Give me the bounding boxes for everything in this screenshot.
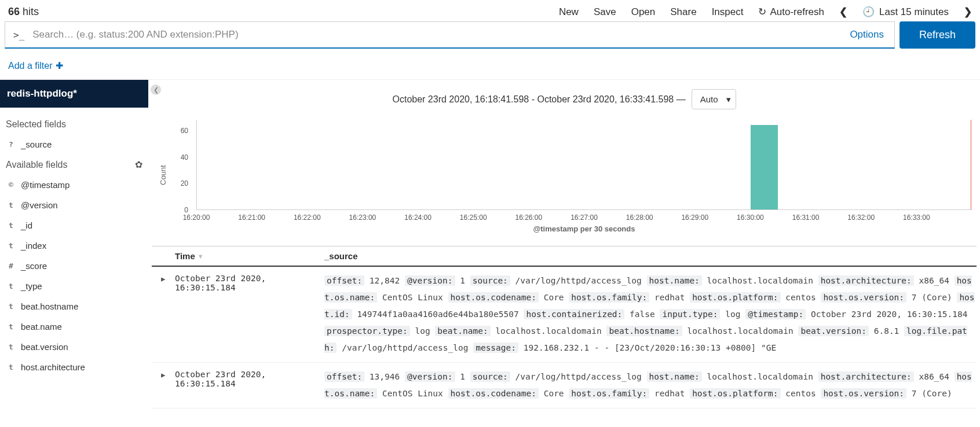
available-fields-list: ©@timestampt@versiont_idt_index#_scoret_… [6, 175, 142, 377]
interval-select[interactable]: Auto ▾ [692, 89, 736, 109]
y-axis: 0204060 [169, 117, 192, 210]
field-type-icon: t [7, 201, 15, 209]
available-fields-label: Available fields ✿ [6, 159, 142, 170]
table-row: ▸October 23rd 2020, 16:30:15.184offset: … [152, 267, 977, 363]
field-name: beat.name [21, 322, 62, 332]
hits-count: 66 hits [8, 6, 39, 18]
sort-icon: ▼ [198, 253, 204, 260]
inspect-button[interactable]: Inspect [712, 6, 744, 18]
x-axis-label: @timestamp per 30 seconds [533, 224, 635, 233]
index-pattern-selector[interactable]: redis-httpdlog* [0, 80, 148, 108]
field-item[interactable]: ©@timestamp [6, 175, 142, 195]
field-item[interactable]: ?_source [6, 134, 142, 154]
field-item[interactable]: #_score [6, 256, 142, 276]
chevron-down-icon: ▾ [726, 94, 731, 105]
field-item[interactable]: t@version [6, 195, 142, 215]
field-type-icon: t [7, 322, 15, 331]
query-box: >_ Options [5, 21, 895, 49]
current-time-band [970, 120, 972, 209]
field-type-icon: © [7, 181, 15, 189]
field-item[interactable]: tbeat.version [6, 337, 142, 357]
field-item[interactable]: tbeat.name [6, 316, 142, 337]
field-name: _index [21, 241, 46, 251]
selected-fields-list: ?_source [6, 134, 142, 154]
row-source: offset: 13,946 @version: 1 source: /var/… [324, 369, 977, 402]
row-time: October 23rd 2020, 16:30:15.184 [175, 273, 324, 356]
field-type-icon: t [7, 302, 15, 311]
field-type-icon: ? [7, 140, 15, 149]
top-bar: 66 hits New Save Open Share Inspect ↻ Au… [0, 0, 980, 21]
save-button[interactable]: Save [594, 6, 616, 18]
field-item[interactable]: t_type [6, 276, 142, 296]
field-name: beat.version [21, 342, 68, 352]
collapse-sidebar-button[interactable]: ❮ [151, 84, 161, 95]
search-input[interactable] [32, 22, 839, 47]
refresh-icon: ↻ [758, 6, 766, 18]
row-source: offset: 12,842 @version: 1 source: /var/… [324, 273, 977, 356]
sidebar: redis-httpdlog* Selected fields ?_source… [0, 80, 148, 408]
field-name: host.architecture [21, 362, 85, 372]
field-name: _id [21, 220, 32, 230]
field-type-icon: t [7, 363, 15, 371]
histogram-bar[interactable] [751, 125, 778, 209]
content-area: ❮ October 23rd 2020, 16:18:41.598 - Octo… [148, 80, 980, 408]
field-type-icon: t [7, 221, 15, 230]
new-button[interactable]: New [559, 6, 579, 18]
selected-fields-label: Selected fields [6, 119, 142, 130]
query-row: >_ Options Refresh [0, 21, 980, 54]
timerange-button[interactable]: 🕘 Last 15 minutes [862, 6, 949, 18]
field-name: _type [21, 281, 42, 291]
plot-area[interactable] [196, 120, 972, 210]
field-name: @version [21, 200, 58, 210]
gear-icon[interactable]: ✿ [135, 159, 142, 170]
top-nav: New Save Open Share Inspect ↻ Auto-refre… [559, 6, 972, 18]
field-name: @timestamp [21, 180, 70, 190]
field-type-icon: t [7, 343, 15, 351]
table-header: Time▼ _source [152, 246, 977, 267]
field-item[interactable]: t_index [6, 235, 142, 256]
main-split: redis-httpdlog* Selected fields ?_source… [0, 80, 980, 408]
table-row: ▸October 23rd 2020, 16:30:15.184offset: … [152, 363, 977, 408]
open-button[interactable]: Open [631, 6, 656, 18]
refresh-button[interactable]: Refresh [899, 21, 975, 49]
field-item[interactable]: thost.architecture [6, 357, 142, 377]
query-options-button[interactable]: Options [839, 29, 894, 41]
autorefresh-button[interactable]: ↻ Auto-refresh [758, 6, 824, 18]
x-axis: @timestamp per 30 seconds 16:20:0016:21:… [196, 211, 972, 233]
field-type-icon: t [7, 282, 15, 290]
field-type-icon: # [7, 262, 15, 270]
plus-icon: ✚ [56, 60, 63, 71]
field-item[interactable]: t_id [6, 215, 142, 235]
results-table: Time▼ _source ▸October 23rd 2020, 16:30:… [152, 246, 977, 408]
field-name: _source [21, 139, 52, 149]
expand-row-button[interactable]: ▸ [152, 369, 175, 402]
histogram-chart[interactable]: Count 0204060 @timestamp per 30 seconds … [152, 117, 977, 233]
field-name: beat.hostname [21, 301, 78, 311]
source-column-header[interactable]: _source [324, 251, 977, 261]
time-prev-button[interactable]: ❮ [839, 6, 847, 18]
filter-bar: Add a filter ✚ [0, 54, 980, 80]
field-item[interactable]: tbeat.hostname [6, 296, 142, 316]
y-axis-label: Count [158, 117, 169, 233]
field-name: _score [21, 261, 47, 271]
prompt-icon: >_ [5, 30, 32, 41]
time-next-button[interactable]: ❯ [964, 6, 972, 18]
expand-row-button[interactable]: ▸ [152, 273, 175, 356]
share-button[interactable]: Share [670, 6, 696, 18]
time-column-header[interactable]: Time▼ [175, 251, 324, 261]
row-time: October 23rd 2020, 16:30:15.184 [175, 369, 324, 402]
clock-icon: 🕘 [862, 6, 875, 18]
field-type-icon: t [7, 241, 15, 250]
add-filter-button[interactable]: Add a filter ✚ [8, 60, 63, 71]
time-range-label: October 23rd 2020, 16:18:41.598 - Octobe… [152, 86, 977, 117]
